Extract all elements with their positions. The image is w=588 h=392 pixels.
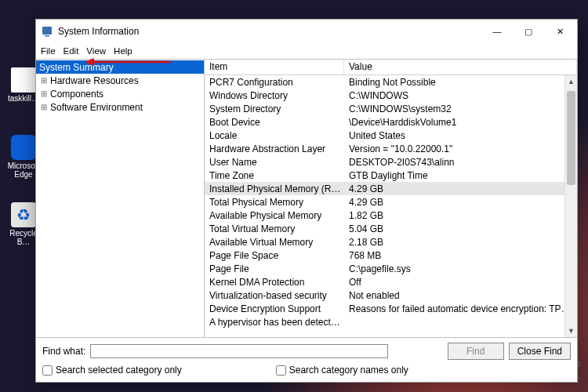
list-row[interactable]: Kernel DMA ProtectionOff: [205, 275, 577, 289]
expand-icon[interactable]: ⊞: [39, 76, 48, 85]
vertical-scrollbar[interactable]: ▲ ▼: [564, 75, 577, 337]
cell-value: C:\WINDOWS: [344, 90, 577, 101]
find-bar: Find what: Find Close Find: [36, 337, 577, 361]
cell-item: Device Encryption Support: [205, 303, 344, 314]
cell-value: C:\WINDOWS\system32: [344, 103, 577, 114]
find-button[interactable]: Find: [448, 343, 504, 360]
column-item[interactable]: Item: [205, 60, 344, 74]
app-icon: [41, 25, 53, 38]
list-row[interactable]: Page File Space768 MB: [205, 249, 577, 262]
cell-item: User Name: [205, 157, 344, 168]
cell-value: United States: [344, 130, 577, 141]
close-find-button[interactable]: Close Find: [509, 343, 571, 360]
list-row[interactable]: Time ZoneGTB Daylight Time: [205, 169, 577, 182]
column-value[interactable]: Value: [344, 60, 577, 74]
tree-components[interactable]: ⊞ Components: [36, 87, 204, 100]
menu-file[interactable]: File: [41, 46, 56, 56]
maximize-button[interactable]: ▢: [513, 20, 544, 42]
check-category-names[interactable]: Search category names only: [276, 365, 408, 376]
tree-label: Hardware Resources: [50, 75, 139, 86]
check-label: Search selected category only: [56, 365, 182, 376]
titlebar[interactable]: System Information — ▢ ✕: [36, 20, 577, 43]
list-row[interactable]: LocaleUnited States: [205, 129, 577, 142]
list-row[interactable]: User NameDESKTOP-2I0S743\alinn: [205, 155, 577, 169]
cell-item: A hypervisor has been detected…: [205, 317, 344, 328]
cell-item: Page File: [205, 263, 344, 274]
cell-item: Available Physical Memory: [205, 210, 344, 221]
cell-value: 2.18 GB: [344, 237, 577, 248]
check-selected-category[interactable]: Search selected category only: [42, 365, 182, 376]
minimize-button[interactable]: —: [481, 20, 513, 42]
file-icon: [11, 67, 36, 93]
cell-value: 768 MB: [344, 250, 577, 261]
expand-icon[interactable]: ⊞: [39, 89, 48, 98]
svg-rect-0: [42, 27, 52, 34]
cell-item: Installed Physical Memory (RAM): [205, 183, 344, 194]
cell-value: C:\pagefile.sys: [344, 263, 577, 274]
find-options: Search selected category only Search cat…: [36, 361, 577, 382]
list-row[interactable]: System DirectoryC:\WINDOWS\system32: [205, 102, 577, 115]
list-body[interactable]: PCR7 ConfigurationBinding Not PossibleWi…: [205, 75, 577, 337]
tree-system-summary[interactable]: System Summary: [36, 60, 204, 74]
details-list[interactable]: Item Value PCR7 ConfigurationBinding Not…: [205, 60, 577, 337]
cell-item: Boot Device: [205, 117, 344, 128]
cell-item: PCR7 Configuration: [205, 77, 344, 88]
close-button[interactable]: ✕: [544, 20, 575, 42]
cell-item: Time Zone: [205, 170, 344, 181]
scroll-thumb[interactable]: [567, 91, 575, 185]
cell-value: GTB Daylight Time: [344, 170, 577, 181]
list-row[interactable]: A hypervisor has been detected…: [205, 315, 577, 328]
nav-tree[interactable]: System Summary ⊞ Hardware Resources ⊞ Co…: [36, 60, 205, 337]
cell-value: Version = "10.0.22000.1": [344, 143, 577, 154]
cell-item: Virtualization-based security: [205, 290, 344, 301]
list-header[interactable]: Item Value: [205, 60, 577, 75]
list-row[interactable]: Device Encryption SupportReasons for fai…: [205, 302, 577, 315]
list-row[interactable]: Total Virtual Memory5.04 GB: [205, 222, 577, 235]
tree-label: System Summary: [39, 62, 114, 73]
edge-icon: [11, 135, 36, 160]
scroll-up-icon[interactable]: ▲: [565, 75, 577, 88]
list-row[interactable]: Page FileC:\pagefile.sys: [205, 262, 577, 275]
check-label: Search category names only: [289, 365, 408, 376]
scroll-down-icon[interactable]: ▼: [565, 325, 577, 337]
tree-software-environment[interactable]: ⊞ Software Environment: [36, 100, 204, 114]
menu-edit[interactable]: Edit: [64, 46, 79, 56]
cell-value: 4.29 GB: [344, 183, 577, 194]
cell-item: System Directory: [205, 103, 344, 114]
recycle-icon: ♻: [11, 202, 36, 227]
tree-hardware-resources[interactable]: ⊞ Hardware Resources: [36, 74, 204, 87]
cell-value: Not enabled: [344, 290, 577, 301]
menu-view[interactable]: View: [86, 46, 106, 56]
list-row[interactable]: Total Physical Memory4.29 GB: [205, 195, 577, 209]
menu-help[interactable]: Help: [114, 46, 132, 56]
system-information-window: System Information — ▢ ✕ File Edit View …: [35, 19, 578, 383]
cell-item: Windows Directory: [205, 90, 344, 101]
svg-rect-1: [45, 35, 49, 37]
content-area: System Summary ⊞ Hardware Resources ⊞ Co…: [36, 59, 577, 337]
cell-item: Locale: [205, 130, 344, 141]
list-row[interactable]: PCR7 ConfigurationBinding Not Possible: [205, 75, 577, 89]
cell-value: Binding Not Possible: [344, 77, 577, 88]
window-title: System Information: [58, 26, 481, 37]
list-row[interactable]: Virtualization-based securityNot enabled: [205, 289, 577, 302]
expand-icon[interactable]: ⊞: [39, 103, 48, 111]
find-label: Find what:: [42, 346, 85, 357]
find-input[interactable]: [90, 344, 388, 358]
list-row[interactable]: Installed Physical Memory (RAM)4.29 GB: [205, 182, 577, 195]
list-row[interactable]: Hardware Abstraction LayerVersion = "10.…: [205, 142, 577, 155]
cell-item: Kernel DMA Protection: [205, 277, 344, 288]
list-row[interactable]: Available Virtual Memory2.18 GB: [205, 235, 577, 249]
cell-item: Total Physical Memory: [205, 197, 344, 208]
list-row[interactable]: Boot Device\Device\HarddiskVolume1: [205, 115, 577, 129]
list-row[interactable]: Available Physical Memory1.82 GB: [205, 209, 577, 222]
cell-value: Off: [344, 277, 577, 288]
checkbox-selected-category[interactable]: [42, 365, 53, 376]
list-row[interactable]: Windows DirectoryC:\WINDOWS: [205, 89, 577, 102]
checkbox-category-names[interactable]: [276, 365, 286, 376]
cell-item: Page File Space: [205, 250, 344, 261]
menubar: File Edit View Help: [36, 43, 577, 59]
cell-value: Reasons for failed automatic device encr…: [344, 303, 577, 314]
cell-item: Hardware Abstraction Layer: [205, 143, 344, 154]
cell-value: \Device\HarddiskVolume1: [344, 117, 577, 128]
cell-value: DESKTOP-2I0S743\alinn: [344, 157, 577, 168]
